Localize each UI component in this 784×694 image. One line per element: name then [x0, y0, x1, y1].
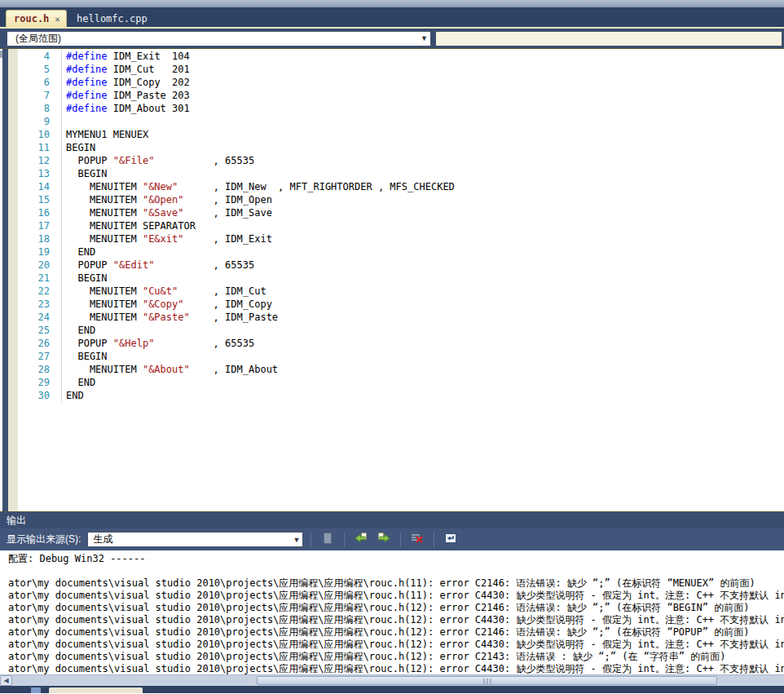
code-line: 19 END	[18, 245, 784, 259]
code-line: 27 BEGIN	[18, 350, 784, 363]
line-text: MENUITEM "&Copy" , IDM_Copy	[62, 298, 272, 311]
code-line: 22 MENUITEM "Cu&t" , IDM_Cut	[18, 285, 784, 298]
previous-message-button[interactable]	[352, 531, 370, 549]
code-line: 20 POPUP "&Edit" , 65535	[18, 259, 784, 272]
code-area[interactable]: 4#define IDM_Exit 1045#define IDM_Cut 20…	[18, 49, 784, 511]
line-text	[62, 115, 66, 128]
code-line: 9	[18, 115, 784, 128]
output-lines: 配置: Debug Win32 ------ator\my documents\…	[0, 550, 784, 674]
toolbar-separator	[311, 533, 311, 547]
code-line: 17 MENUITEM SEPARATOR	[18, 219, 784, 232]
line-text: MENUITEM SEPARATOR	[62, 219, 196, 232]
indicator-margin[interactable]	[8, 49, 18, 511]
member-dropdown[interactable]	[435, 31, 782, 46]
line-number: 7	[18, 89, 62, 102]
chevron-down-icon: ▼	[290, 536, 302, 544]
chevron-down-icon: ▼	[418, 34, 430, 42]
next-message-button[interactable]	[375, 531, 393, 549]
toggle-word-wrap-button[interactable]	[442, 531, 460, 549]
message-details-icon	[321, 532, 334, 548]
output-panel-title: 输出	[0, 511, 784, 528]
line-text: MENUITEM "E&xit" , IDM_Exit	[62, 232, 272, 245]
line-text: MENUITEM "&Save" , IDM_Save	[62, 206, 272, 219]
document-tab-bar: rouc.h ✕ hellomfc.cpp	[0, 7, 784, 27]
line-text: END	[62, 324, 95, 337]
scrollbar-grip	[483, 679, 491, 684]
line-number: 15	[18, 193, 62, 206]
tab-rouc-h[interactable]: rouc.h ✕	[6, 10, 67, 27]
line-number: 5	[18, 63, 62, 76]
next-message-icon	[377, 532, 390, 548]
output-line	[8, 565, 784, 577]
message-details-button[interactable]	[319, 531, 337, 549]
line-number: 26	[18, 337, 62, 350]
output-line: ator\my documents\visual studio 2010\pro…	[8, 663, 784, 674]
line-number: 6	[18, 76, 62, 89]
code-line: 24 MENUITEM "&Paste" , IDM_Paste	[18, 311, 784, 324]
line-text: #define IDM_About 301	[62, 102, 190, 115]
line-number: 8	[18, 102, 62, 115]
code-line: 12 POPUP "&File" , 65535	[18, 154, 784, 167]
output-toolbar: 显示输出来源(S): 生成 ▼	[0, 528, 784, 550]
code-line: 10MYMENU1 MENUEX	[18, 128, 784, 141]
line-number: 4	[18, 50, 62, 63]
line-number: 21	[18, 272, 62, 285]
line-text: POPUP "&Help" , 65535	[62, 337, 254, 350]
code-line: 16 MENUITEM "&Save" , IDM_Save	[18, 206, 784, 219]
line-text: MENUITEM "&New" , IDM_New , MFT_RIGHTORD…	[62, 180, 455, 193]
line-text: #define IDM_Paste 203	[62, 89, 190, 102]
line-text: #define IDM_Cut 201	[62, 63, 190, 76]
line-number: 29	[18, 376, 62, 389]
line-text: MENUITEM "&About" , IDM_About	[62, 363, 278, 376]
clear-all-button[interactable]	[408, 531, 426, 549]
line-text: MENUITEM "&Paste" , IDM_Paste	[62, 311, 278, 324]
code-line: 14 MENUITEM "&New" , IDM_New , MFT_RIGHT…	[18, 180, 784, 193]
line-number: 19	[18, 245, 62, 259]
line-text: MENUITEM "Cu&t" , IDM_Cut	[62, 285, 266, 298]
line-number: 25	[18, 324, 62, 337]
scrollbar-thumb[interactable]	[257, 676, 717, 685]
line-number: 30	[18, 389, 62, 402]
toolbar-separator	[400, 533, 401, 547]
close-icon[interactable]: ✕	[55, 15, 60, 24]
line-number: 23	[18, 298, 62, 311]
line-number: 27	[18, 350, 62, 363]
navigation-bar: (全局范围) ▼	[0, 29, 784, 49]
output-line: ator\my documents\visual studio 2010\pro…	[8, 626, 784, 639]
line-number: 12	[18, 154, 62, 167]
line-text: END	[62, 389, 84, 402]
ide-window: rouc.h ✕ hellomfc.cpp (全局范围) ▼ 4#define …	[0, 0, 784, 694]
code-line: 5#define IDM_Cut 201	[18, 63, 784, 76]
scroll-left-icon[interactable]: ◀	[0, 675, 12, 686]
code-line: 7#define IDM_Paste 203	[18, 89, 784, 102]
line-text: END	[62, 245, 95, 259]
output-line: ator\my documents\visual studio 2010\pro…	[8, 614, 784, 626]
bottom-panel-strip	[0, 686, 784, 693]
code-line: 13 BEGIN	[18, 167, 784, 180]
code-line: 21 BEGIN	[18, 272, 784, 285]
output-title-label: 输出	[7, 514, 26, 528]
window-top-strip	[0, 0, 784, 7]
tab-hellomfc-cpp[interactable]: hellomfc.cpp	[67, 10, 157, 27]
line-number: 13	[18, 167, 62, 180]
code-line: 8#define IDM_About 301	[18, 102, 784, 115]
line-text: BEGIN	[62, 272, 108, 285]
tab-label: hellomfc.cpp	[77, 13, 148, 24]
output-source-label: 显示输出来源(S):	[7, 533, 81, 546]
output-content[interactable]: 配置: Debug Win32 ------ator\my documents\…	[0, 550, 784, 674]
line-number: 20	[18, 259, 62, 272]
bottom-tab-icon	[31, 687, 41, 693]
scope-dropdown[interactable]: (全局范围) ▼	[7, 31, 431, 46]
code-editor[interactable]: 4#define IDM_Exit 1045#define IDM_Cut 20…	[0, 49, 784, 511]
code-line: 25 END	[18, 324, 784, 337]
output-source-dropdown[interactable]: 生成 ▼	[87, 532, 303, 547]
toggle-word-wrap-icon	[444, 532, 457, 548]
editor-navy-strip	[2, 49, 8, 511]
line-text: MENUITEM "&Open" , IDM_Open	[62, 193, 272, 206]
bottom-tab-partial[interactable]	[49, 687, 143, 693]
output-horizontal-scrollbar[interactable]: ◀	[0, 674, 784, 686]
line-text: BEGIN	[62, 167, 108, 180]
code-line: 18 MENUITEM "E&xit" , IDM_Exit	[18, 232, 784, 245]
code-line: 15 MENUITEM "&Open" , IDM_Open	[18, 193, 784, 206]
line-text: BEGIN	[62, 141, 95, 154]
